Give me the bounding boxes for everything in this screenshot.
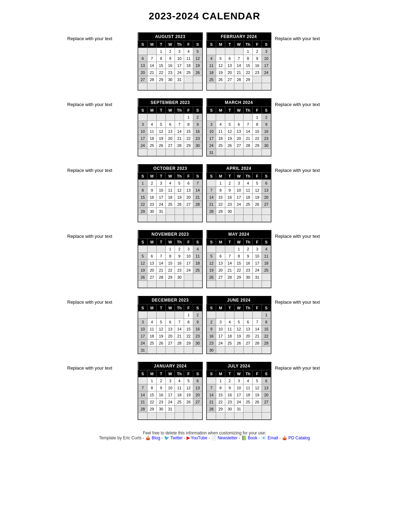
calendar-day: 23 — [193, 333, 202, 340]
calendar-day — [244, 149, 253, 156]
calendar-day — [207, 83, 216, 90]
calendar-day — [147, 311, 157, 318]
calendar-table: DECEMBER 2023SMTWThFS1234567891011121314… — [138, 296, 202, 354]
calendar-day: 8 — [234, 253, 244, 260]
calendar-day — [138, 281, 147, 288]
calendar-day: 12 — [225, 128, 234, 135]
calendar-day: 6 — [166, 121, 175, 128]
calendar-day — [207, 413, 216, 420]
footer-prefix: Template by Eric Curts - — [99, 435, 144, 440]
calendar-day: 2 — [193, 311, 202, 318]
twitter-link[interactable]: Twitter — [170, 435, 183, 440]
calendar-day: 18 — [225, 333, 234, 340]
day-header: W — [166, 107, 175, 114]
calendar-day: 22 — [184, 333, 193, 340]
newsletter-link[interactable]: Newsletter — [218, 435, 238, 440]
day-header: F — [184, 173, 193, 180]
calendar-day — [157, 311, 166, 318]
month-header: SEPTEMBER 2023 — [138, 99, 202, 107]
calendar-day: 28 — [175, 142, 184, 149]
calendar-day — [216, 149, 225, 156]
calendar-day: 10 — [234, 187, 244, 194]
youtube-link[interactable]: YouTube — [191, 435, 207, 440]
calendar-day: 27 — [262, 201, 271, 208]
blog-link[interactable]: Blog — [152, 435, 160, 440]
pd-link[interactable]: PD Catalog — [288, 435, 310, 440]
calendar-day: 27 — [225, 76, 234, 83]
calendar-day: 2 — [262, 114, 271, 121]
day-header: F — [184, 239, 193, 246]
calendar-day: 10 — [157, 187, 166, 194]
calendar-day: 19 — [216, 69, 225, 76]
day-header: W — [234, 41, 244, 48]
calendar-day: 22 — [262, 333, 271, 340]
calendar-day: 28 — [193, 201, 202, 208]
calendar-day: 12 — [216, 62, 225, 69]
footer: Feel free to delete this information whe… — [7, 431, 402, 440]
left-side-text: Replace with your text — [67, 164, 138, 173]
calendar-day: 3 — [138, 121, 147, 128]
calendar-day — [207, 311, 216, 318]
day-header: Th — [175, 173, 184, 180]
calendar-day — [225, 281, 234, 288]
book-link[interactable]: Book — [248, 435, 257, 440]
calendar-day: 7 — [253, 318, 262, 326]
calendar-day: 24 — [157, 201, 166, 208]
calendar-day — [244, 208, 253, 215]
calendar-day: 24 — [175, 69, 184, 76]
calendar-day: 11 — [175, 384, 184, 391]
calendar-day: 17 — [184, 260, 193, 267]
calendar-day — [244, 281, 253, 288]
calendar-day: 10 — [138, 326, 147, 333]
calendar-day: 29 — [244, 76, 253, 83]
day-header: S — [193, 370, 202, 377]
calendar-day — [175, 114, 184, 121]
calendars-pair: NOVEMBER 2023SMTWThFS1234567891011121314… — [138, 230, 271, 288]
calendar-day: 20 — [147, 267, 157, 274]
calendar-day: 28 — [157, 274, 166, 281]
calendar-day: 31 — [157, 208, 166, 215]
calendar-day: 14 — [234, 62, 244, 69]
calendar-day — [138, 215, 147, 222]
calendar-day: 17 — [234, 194, 244, 201]
calendar-day — [175, 347, 184, 354]
calendar-day — [262, 83, 271, 90]
calendar-day: 30 — [225, 406, 234, 413]
calendar-day — [166, 311, 175, 318]
day-header: F — [184, 107, 193, 114]
day-header: T — [157, 370, 166, 377]
calendar-day: 27 — [216, 274, 225, 281]
calendar-wrapper: FEBRUARY 2024SMTWThFS1234567891011121314… — [206, 32, 271, 91]
calendar-day: 19 — [157, 135, 166, 142]
calendar-day: 6 — [147, 253, 157, 260]
calendar-day — [216, 281, 225, 288]
calendar-day: 26 — [184, 398, 193, 406]
calendar-day: 19 — [157, 333, 166, 340]
calendar-day — [262, 149, 271, 156]
calendar-day — [184, 215, 193, 222]
calendar-day — [244, 83, 253, 90]
calendar-day: 12 — [207, 260, 216, 267]
calendar-row: Replace with your textDECEMBER 2023SMTWT… — [7, 296, 402, 354]
calendar-day: 8 — [216, 187, 225, 194]
calendar-day: 18 — [175, 391, 184, 398]
calendar-day: 21 — [193, 194, 202, 201]
calendar-day: 2 — [207, 318, 216, 326]
calendar-day: 21 — [253, 333, 262, 340]
calendar-day: 25 — [184, 69, 193, 76]
calendar-day: 13 — [147, 260, 157, 267]
calendar-day: 5 — [216, 55, 225, 62]
calendar-day — [193, 76, 202, 83]
calendar-day: 27 — [234, 142, 244, 149]
calendar-day: 24 — [166, 398, 175, 406]
calendar-day: 20 — [262, 194, 271, 201]
calendar-day: 24 — [234, 398, 244, 406]
calendar-day: 21 — [244, 135, 253, 142]
calendar-day: 1 — [216, 180, 225, 187]
day-header: S — [138, 41, 147, 48]
calendar-day: 18 — [147, 135, 157, 142]
calendar-day: 6 — [244, 318, 253, 326]
email-link[interactable]: Email — [268, 435, 278, 440]
calendar-day: 18 — [147, 333, 157, 340]
calendar-day: 11 — [147, 128, 157, 135]
